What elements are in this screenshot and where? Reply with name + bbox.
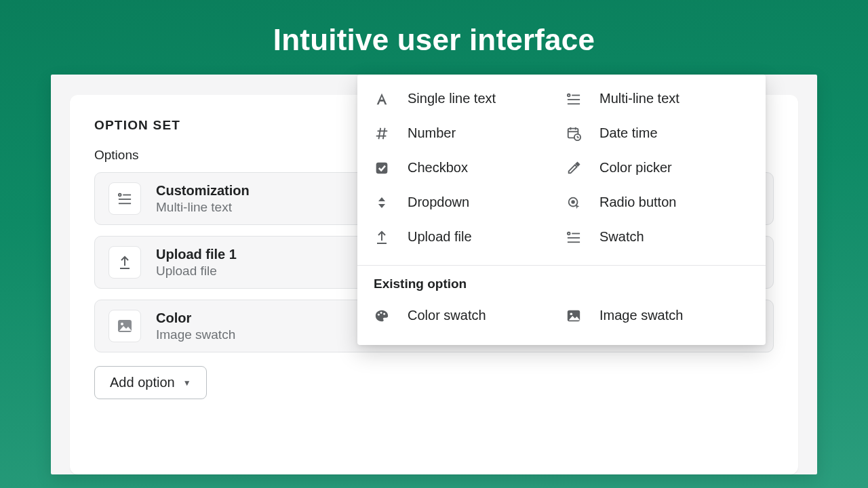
menu-item-multi-line-text[interactable]: Multi-line text: [566, 91, 749, 106]
image-icon: [108, 310, 141, 342]
menu-item-color-swatch[interactable]: Color swatch: [374, 308, 557, 323]
svg-line-15: [383, 127, 385, 139]
checkbox-icon: [374, 161, 390, 175]
image-icon: [566, 308, 582, 323]
option-title: Upload file 1: [156, 247, 237, 262]
svg-point-7: [121, 323, 123, 325]
menu-item-label: Upload file: [408, 229, 472, 245]
menu-existing-heading: Existing option: [374, 277, 749, 291]
text-a-icon: [374, 92, 390, 106]
menu-item-label: Dropdown: [408, 195, 469, 210]
svg-line-22: [578, 137, 579, 138]
app-frame: OPTION SET Options Customization Multi-l…: [51, 75, 817, 474]
menu-item-number[interactable]: Number: [374, 125, 557, 141]
option-subtitle: Upload file: [156, 264, 237, 279]
add-option-button[interactable]: Add option ▼: [94, 366, 207, 399]
menu-item-label: Single line text: [408, 91, 496, 106]
swatch-icon: [566, 230, 582, 244]
svg-rect-23: [376, 162, 388, 174]
option-title: Customization: [156, 183, 250, 199]
svg-line-14: [378, 127, 380, 139]
svg-point-0: [119, 194, 121, 197]
menu-item-label: Multi-line text: [599, 91, 679, 106]
menu-item-swatch[interactable]: Swatch: [566, 229, 749, 245]
option-type-menu: Single line text Multi-line text Numb: [357, 75, 766, 345]
svg-point-34: [383, 312, 385, 314]
menu-item-color-picker[interactable]: Color picker: [566, 160, 749, 176]
eyedropper-icon: [566, 161, 582, 176]
sort-icon: [374, 196, 390, 209]
svg-point-28: [568, 232, 570, 235]
menu-item-date-time[interactable]: Date time: [566, 125, 749, 141]
menu-item-label: Color picker: [599, 160, 672, 176]
multiline-text-icon: [566, 92, 582, 106]
upload-icon: [108, 246, 141, 279]
menu-item-image-swatch[interactable]: Image swatch: [566, 308, 749, 323]
menu-item-label: Radio button: [599, 195, 676, 210]
upload-icon: [374, 230, 390, 245]
svg-point-33: [380, 311, 382, 313]
add-option-label: Add option: [110, 375, 175, 390]
hash-icon: [374, 126, 390, 141]
hero-title: Intuitive user interface: [273, 23, 595, 57]
svg-point-25: [572, 201, 574, 203]
palette-icon: [374, 308, 390, 323]
option-title: Color: [156, 310, 235, 326]
menu-item-upload-file[interactable]: Upload file: [374, 229, 557, 245]
multiline-text-icon: [108, 182, 141, 215]
caret-down-icon: ▼: [183, 378, 191, 388]
menu-item-checkbox[interactable]: Checkbox: [374, 160, 557, 176]
menu-divider: [357, 265, 766, 266]
svg-point-32: [378, 313, 380, 315]
menu-item-dropdown[interactable]: Dropdown: [374, 195, 557, 210]
menu-item-single-line-text[interactable]: Single line text: [374, 91, 557, 106]
calendar-clock-icon: [566, 126, 582, 141]
menu-item-radio-button[interactable]: Radio button: [566, 195, 749, 210]
target-cursor-icon: [566, 195, 582, 210]
option-subtitle: Multi-line text: [156, 200, 250, 215]
svg-point-8: [568, 94, 570, 96]
menu-item-label: Color swatch: [408, 308, 486, 323]
option-subtitle: Image swatch: [156, 327, 235, 342]
menu-item-label: Swatch: [599, 229, 644, 245]
menu-item-label: Image swatch: [599, 308, 683, 323]
menu-item-label: Number: [408, 125, 456, 141]
svg-point-36: [570, 312, 573, 315]
menu-item-label: Date time: [599, 125, 658, 141]
menu-item-label: Checkbox: [408, 160, 468, 176]
